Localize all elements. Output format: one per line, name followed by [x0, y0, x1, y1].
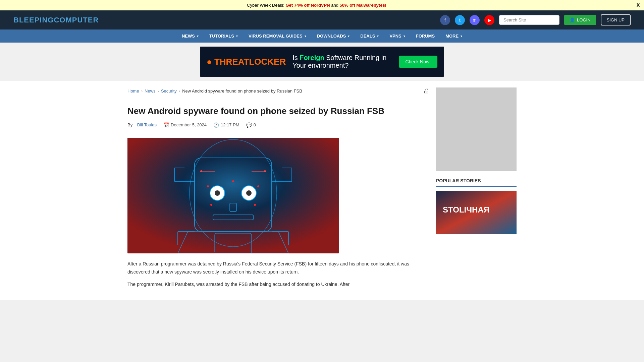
- login-button[interactable]: 👤 LOGIN: [564, 15, 596, 25]
- article-date: 📅 December 5, 2024: [163, 122, 207, 128]
- breadcrumb-left: Home › News › Security › New Android spy…: [127, 88, 302, 94]
- ad-check-now-button[interactable]: Check Now!: [399, 56, 437, 68]
- mastodon-icon[interactable]: m: [470, 15, 480, 25]
- svg-text:STOLIЧНАЯ: STOLIЧНАЯ: [443, 205, 489, 214]
- deal1-link[interactable]: Get 74% off NordVPN: [285, 3, 330, 8]
- chevron-down-icon: ▾: [377, 35, 379, 38]
- print-icon[interactable]: 🖨: [423, 87, 429, 95]
- article-body: After a Russian programmer was detained …: [127, 260, 429, 289]
- header-right: f t m ▶ 👤 LOGIN SIGN UP: [440, 14, 631, 25]
- logo-part1: BLEEPING: [13, 16, 54, 24]
- nav-downloads[interactable]: DOWNLOADS▾: [312, 29, 355, 43]
- chevron-down-icon: ▾: [197, 35, 199, 38]
- breadcrumb-news[interactable]: News: [145, 88, 156, 94]
- article-title: New Android spyware found on phone seize…: [127, 106, 429, 117]
- breadcrumb: Home › News › Security › New Android spy…: [127, 87, 429, 100]
- svg-point-20: [257, 185, 259, 187]
- svg-point-19: [207, 185, 209, 187]
- article-content: Home › News › Security › New Android spy…: [127, 81, 429, 300]
- svg-point-11: [215, 190, 220, 196]
- svg-point-17: [200, 170, 202, 172]
- article-comments[interactable]: 💬 0: [246, 122, 256, 128]
- site-logo[interactable]: BLEEPINGCOMPUTER: [13, 16, 99, 24]
- breadcrumb-sep1: ›: [141, 88, 143, 94]
- popular-stories: POPULAR STORIES STOLIЧНАЯ: [436, 178, 517, 234]
- ad-inner: ● THREATLOCKER Is Foreign Software Runni…: [200, 47, 444, 77]
- nav-tutorials[interactable]: TUTORIALS▾: [204, 29, 243, 43]
- user-icon: 👤: [570, 17, 575, 22]
- signup-button[interactable]: SIGN UP: [601, 14, 631, 25]
- breadcrumb-current: New Android spyware found on phone seize…: [182, 88, 302, 94]
- breadcrumb-security[interactable]: Security: [161, 88, 177, 94]
- breadcrumb-home[interactable]: Home: [127, 88, 139, 94]
- nav-virus-removal[interactable]: VIRUS REMOVAL GUIDES▾: [243, 29, 312, 43]
- article-para1: After a Russian programmer was detained …: [127, 260, 429, 276]
- calendar-icon: 📅: [163, 122, 169, 128]
- main-container: Home › News › Security › New Android spy…: [121, 81, 523, 300]
- clock-icon: 🕐: [213, 122, 219, 128]
- article-time: 🕐 12:17 PM: [213, 122, 239, 128]
- nav-more[interactable]: MORE▾: [440, 29, 468, 43]
- nav-news[interactable]: NEWS▾: [176, 29, 204, 43]
- article-meta: By Bill Toulas 📅 December 5, 2024 🕐 12:1…: [127, 122, 429, 131]
- breadcrumb-sep3: ›: [179, 88, 180, 94]
- ad-logo: ● THREATLOCKER: [207, 57, 286, 67]
- chevron-down-icon: ▾: [236, 35, 238, 38]
- ad-highlight: Foreign: [300, 54, 324, 61]
- nav-vpns[interactable]: VPNS▾: [384, 29, 410, 43]
- svg-point-23: [232, 180, 234, 182]
- search-input[interactable]: [499, 15, 559, 25]
- svg-point-18: [264, 170, 266, 172]
- comment-icon: 💬: [246, 122, 252, 128]
- svg-point-12: [246, 190, 252, 196]
- popular-stories-title: POPULAR STORIES: [436, 178, 517, 187]
- svg-rect-0: [127, 138, 339, 253]
- banner-between: and: [330, 3, 340, 8]
- chevron-down-icon: ▾: [404, 35, 405, 38]
- top-banner: Cyber Week Deals: Get 74% off NordVPN an…: [0, 0, 644, 10]
- nav-deals[interactable]: DEALS▾: [355, 29, 384, 43]
- close-banner-button[interactable]: X: [636, 2, 640, 8]
- ad-banner: ● THREATLOCKER Is Foreign Software Runni…: [0, 43, 644, 81]
- breadcrumb-sep2: ›: [158, 88, 159, 94]
- svg-point-21: [210, 204, 212, 206]
- header: BLEEPINGCOMPUTER f t m ▶ 👤 LOGIN SIGN UP: [0, 10, 644, 29]
- youtube-icon[interactable]: ▶: [484, 15, 494, 25]
- logo-part2: COMPUTER: [54, 16, 99, 24]
- chevron-down-icon: ▾: [348, 35, 350, 38]
- deal2-link[interactable]: 50% off Malwarebytes!: [340, 3, 386, 8]
- article-hero-image: [127, 138, 339, 253]
- chevron-down-icon: ▾: [305, 35, 306, 38]
- article-para2: The programmer, Kirill Parubets, was arr…: [127, 281, 429, 289]
- article-author: By Bill Toulas: [127, 122, 157, 127]
- author-link[interactable]: Bill Toulas: [137, 122, 157, 127]
- banner-text: Cyber Week Deals:: [247, 3, 285, 8]
- nav-forums[interactable]: FORUMS: [411, 29, 440, 43]
- sidebar-story-image[interactable]: STOLIЧНАЯ: [436, 191, 517, 234]
- sidebar: POPULAR STORIES STOLIЧНАЯ: [436, 81, 517, 300]
- main-nav: NEWS▾ TUTORIALS▾ VIRUS REMOVAL GUIDES▾ D…: [0, 29, 644, 43]
- twitter-icon[interactable]: t: [455, 15, 465, 25]
- svg-point-22: [254, 204, 256, 206]
- sidebar-ad: [436, 87, 517, 171]
- ad-text: Is Foreign Software Running in Your envi…: [292, 54, 398, 69]
- facebook-icon[interactable]: f: [440, 15, 450, 25]
- chevron-down-icon: ▾: [461, 35, 462, 38]
